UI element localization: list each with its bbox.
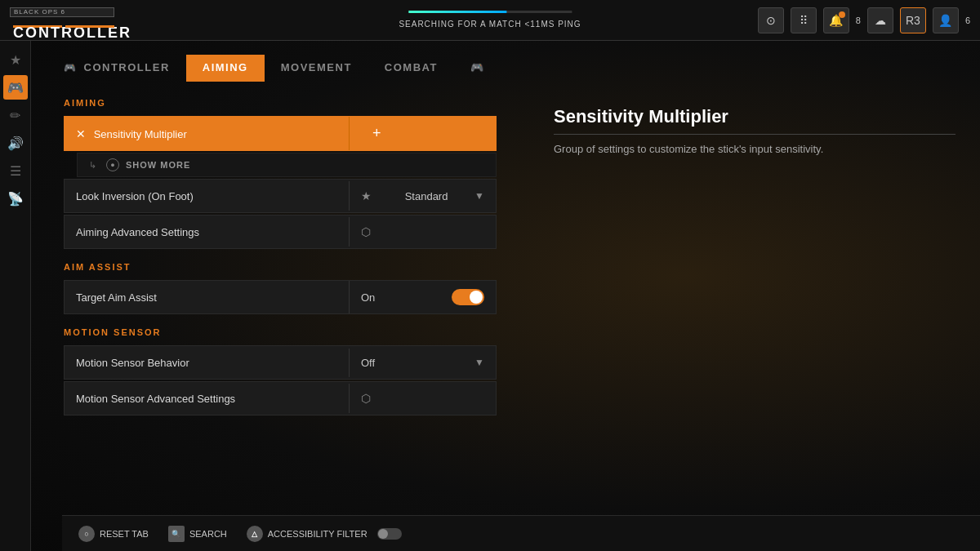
tab-controller[interactable]: 🎮 CONTROLLER <box>47 55 186 82</box>
sidebar-icon-menu[interactable]: ☰ <box>3 158 28 183</box>
sidebar-icon-edit[interactable]: ✏ <box>3 103 28 127</box>
sidebar: ★ 🎮 ✏ 🔊 ☰ 📡 <box>0 41 31 551</box>
accessibility-action[interactable]: △ ACCESSIBILITY FILTER <box>247 526 402 542</box>
reset-tab-action[interactable]: ○ RESET TAB <box>78 526 149 542</box>
aim-assist-toggle[interactable] <box>452 289 484 305</box>
notification-count: 8 <box>856 16 861 25</box>
show-more-row[interactable]: ↳ ● SHOW MORE <box>77 153 497 177</box>
sensitivity-multiplier-row[interactable]: ✕ Sensitivity Multiplier + <box>64 116 497 151</box>
toggle-track <box>452 289 484 305</box>
chevron-down-icon: ▼ <box>474 190 484 202</box>
aim-assist-section-header: AIM ASSIST <box>64 262 497 272</box>
info-description: Group of settings to customize the stick… <box>554 141 956 158</box>
motion-chevron-icon: ▼ <box>474 357 484 368</box>
indent-arrow-icon: ↳ <box>89 160 96 171</box>
aiming-advanced-value: ⬡ <box>349 217 496 247</box>
menu-icon-btn[interactable]: ⊙ <box>758 7 784 33</box>
aiming-advanced-row[interactable]: Aiming Advanced Settings ⬡ <box>64 215 497 249</box>
look-inversion-row[interactable]: Look Inversion (On Foot) ★ Standard ▼ <box>64 179 497 213</box>
close-icon: ✕ <box>76 127 86 140</box>
search-icon: 🔍 <box>168 526 185 542</box>
sidebar-icon-controller[interactable]: 🎮 <box>3 75 28 100</box>
logo: BLACK OPS 6 CONTROLLER <box>10 7 114 33</box>
cloud-icon-btn[interactable]: ☁ <box>867 7 893 33</box>
profile-count: 6 <box>965 16 970 25</box>
show-more-circle-icon: ● <box>106 158 119 171</box>
top-right-icons: ⊙ ⠿ 🔔 8 ☁ R3 👤 6 <box>758 7 970 33</box>
tab-aiming[interactable]: AIMING <box>186 55 265 82</box>
tab-combat[interactable]: COMBAT <box>368 55 454 82</box>
motion-external-icon: ⬡ <box>361 392 371 405</box>
r3-icon-btn[interactable]: R3 <box>900 7 926 33</box>
controller-tab-icon: 🎮 <box>64 62 78 73</box>
aiming-advanced-label: Aiming Advanced Settings <box>65 218 349 247</box>
match-progress-bar <box>408 11 572 13</box>
grid-icon-btn[interactable]: ⠿ <box>791 7 817 33</box>
match-text: SEARCHING FOR A MATCH <11MS PING <box>399 20 581 29</box>
match-progress-fill <box>408 11 506 13</box>
info-title: Sensitivity Multiplier <box>554 106 956 135</box>
sensitivity-multiplier-value: + <box>349 117 496 150</box>
target-aim-assist-row[interactable]: Target Aim Assist On <box>64 280 497 314</box>
motion-sensor-advanced-label: Motion Sensor Advanced Settings <box>65 384 349 413</box>
bottom-bar: ○ RESET TAB 🔍 SEARCH △ ACCESSIBILITY FIL… <box>62 515 980 551</box>
nav-tabs: 🎮 CONTROLLER AIMING MOVEMENT COMBAT 🎮 <box>31 41 980 82</box>
notification-icon-btn[interactable]: 🔔 <box>823 7 849 33</box>
target-aim-assist-label: Target Aim Assist <box>65 283 349 312</box>
match-status: SEARCHING FOR A MATCH <11MS PING <box>399 11 581 30</box>
logo-top: BLACK OPS 6 <box>10 7 114 17</box>
motion-sensor-advanced-value: ⬡ <box>349 384 496 413</box>
aiming-section-header: AIMING <box>64 98 497 108</box>
extra-tab-icon: 🎮 <box>470 61 485 73</box>
accessibility-toggle[interactable] <box>377 528 402 540</box>
target-aim-assist-value: On <box>349 281 496 313</box>
top-bar: BLACK OPS 6 CONTROLLER SEARCHING FOR A M… <box>0 0 980 41</box>
profile-icon-btn[interactable]: 👤 <box>933 7 959 33</box>
look-inversion-value: ★ Standard ▼ <box>349 181 496 211</box>
sidebar-icon-audio[interactable]: 🔊 <box>3 131 28 155</box>
motion-sensor-behavior-row[interactable]: Motion Sensor Behavior Off ▼ <box>64 345 497 380</box>
info-panel: Sensitivity Multiplier Group of settings… <box>529 82 980 551</box>
look-inversion-label: Look Inversion (On Foot) <box>65 182 349 211</box>
plus-icon: + <box>361 125 393 142</box>
logo-bottom: CONTROLLER <box>10 18 114 33</box>
motion-sensor-advanced-row[interactable]: Motion Sensor Advanced Settings ⬡ <box>64 381 497 415</box>
motion-sensor-behavior-label: Motion Sensor Behavior <box>65 349 349 377</box>
reset-tab-icon: ○ <box>78 526 95 542</box>
accessibility-toggle-knob <box>378 529 388 539</box>
settings-panel: AIMING ✕ Sensitivity Multiplier + ↳ ● SH… <box>31 82 529 551</box>
sidebar-icon-favorites[interactable]: ★ <box>3 47 28 72</box>
tab-movement[interactable]: MOVEMENT <box>265 55 368 82</box>
content-area: AIMING ✕ Sensitivity Multiplier + ↳ ● SH… <box>31 82 980 551</box>
main-content: 🎮 CONTROLLER AIMING MOVEMENT COMBAT 🎮 AI… <box>31 41 980 551</box>
motion-sensor-behavior-value: Off ▼ <box>349 349 496 377</box>
search-action[interactable]: 🔍 SEARCH <box>168 526 227 542</box>
sensitivity-multiplier-label: ✕ Sensitivity Multiplier <box>65 119 349 149</box>
motion-sensor-section-header: MOTION SENSOR <box>64 327 497 337</box>
toggle-knob <box>470 291 483 304</box>
accessibility-icon: △ <box>247 526 263 542</box>
external-link-icon: ⬡ <box>361 225 371 238</box>
tab-extra[interactable]: 🎮 <box>454 55 501 82</box>
star-icon[interactable]: ★ <box>361 189 372 202</box>
sidebar-icon-network[interactable]: 📡 <box>3 186 28 211</box>
